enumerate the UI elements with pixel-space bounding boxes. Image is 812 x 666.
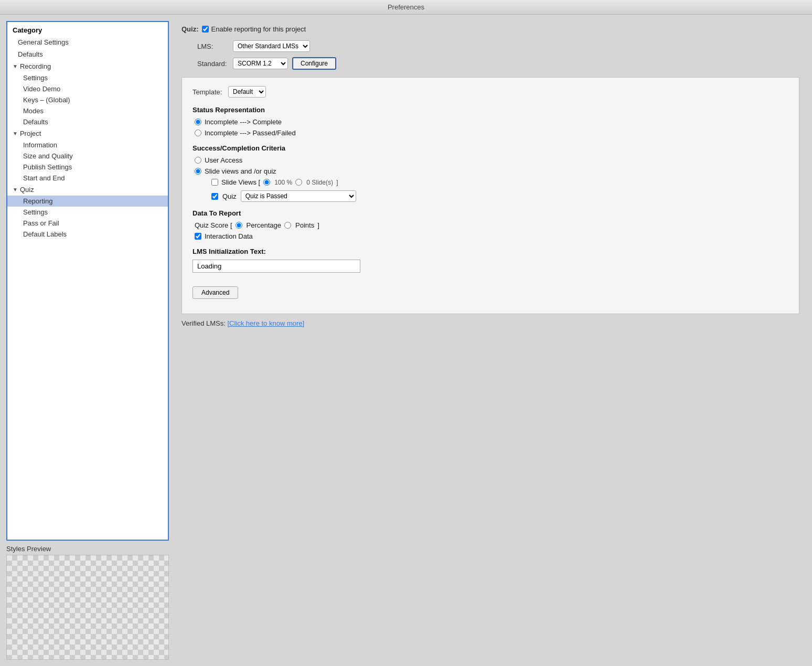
status-representation-section: Status Representation Incomplete ---> Co… — [193, 106, 788, 137]
quiz-label: Quiz: — [181, 25, 199, 33]
data-report-section: Data To Report Quiz Score [ Percentage P… — [193, 209, 788, 240]
sidebar-item-general-settings[interactable]: General Settings — [7, 36, 168, 48]
standard-row: Standard: SCORM 1.2 SCORM 2004 AICC xAPI… — [181, 57, 799, 70]
styles-preview-box — [6, 555, 169, 660]
template-row: Template: Default Custom — [193, 86, 788, 98]
recording-arrow: ▼ — [13, 63, 18, 69]
sidebar-item-keys-global[interactable]: Keys – (Global) — [7, 94, 168, 105]
quiz-sub-row: Quiz Quiz is Passed Quiz is Complete Qui… — [193, 190, 788, 202]
quiz-group-label: Quiz — [20, 186, 34, 194]
verified-lms-label: Verified LMSs: — [181, 319, 226, 327]
content-area: Quiz: Enable reporting for this project … — [175, 21, 806, 660]
slide-views-row: Slide Views [ 100 % 0 Slide(s) ] — [193, 178, 788, 186]
title-label: Preferences — [388, 3, 424, 11]
quiz-score-percent-radio[interactable] — [236, 222, 242, 229]
sidebar-item-defaults-recording[interactable]: Defaults — [7, 116, 168, 127]
success-radio-user-input[interactable] — [195, 157, 201, 164]
sidebar-item-size-quality[interactable]: Size and Quality — [7, 151, 168, 162]
configure-button[interactable]: Configure — [292, 57, 336, 70]
category-header: Category — [7, 22, 168, 36]
verified-lms-link[interactable]: [Click here to know more] — [227, 319, 304, 327]
status-radio-complete-label: Incomplete ---> Complete — [205, 118, 282, 126]
sidebar-item-default-labels[interactable]: Default Labels — [7, 229, 168, 240]
success-slide-label: Slide views and /or quiz — [205, 167, 276, 175]
styles-preview-label: Styles Preview — [6, 541, 169, 555]
template-box: Template: Default Custom Status Represen… — [181, 77, 799, 314]
interaction-data-checkbox[interactable] — [195, 233, 201, 240]
enable-reporting-label[interactable]: Enable reporting for this project — [202, 25, 306, 33]
status-radio-complete-input[interactable] — [195, 119, 201, 125]
interaction-data-row: Interaction Data — [193, 232, 788, 240]
lms-init-section: LMS Initialization Text: — [193, 248, 788, 279]
success-slide-views[interactable]: Slide views and /or quiz — [193, 167, 788, 175]
success-criteria-section: Success/Completion Criteria User Access … — [193, 144, 788, 202]
sidebar-item-pass-fail[interactable]: Pass or Fail — [7, 218, 168, 229]
sidebar-item-video-demo[interactable]: Video Demo — [7, 83, 168, 94]
enable-reporting-text: Enable reporting for this project — [211, 25, 306, 33]
main-container: Category General Settings Defaults ▼ Rec… — [0, 15, 812, 666]
quiz-score-label: Quiz Score [ — [195, 221, 232, 229]
project-arrow: ▼ — [13, 131, 18, 136]
sidebar-item-settings[interactable]: Settings — [7, 72, 168, 83]
slide-views-checkbox[interactable] — [211, 179, 218, 186]
slide-views-percent-radio[interactable] — [263, 179, 270, 186]
slide-views-slides-group: 0 Slide(s) — [295, 179, 333, 186]
slide-views-radio-group: 100 % — [263, 179, 292, 186]
quiz-passed-select[interactable]: Quiz is Passed Quiz is Complete Quiz is … — [241, 190, 356, 202]
lms-init-input[interactable] — [193, 260, 360, 273]
recording-label: Recording — [20, 62, 51, 70]
lms-row: LMS: Other Standard LMSs SCORM Cloud Ado… — [181, 40, 799, 52]
quiz-score-bracket: ] — [317, 221, 319, 229]
slide-views-slides-radio[interactable] — [295, 179, 302, 186]
sidebar-group-project[interactable]: ▼ Project — [7, 127, 168, 139]
lms-field-label: LMS: — [197, 42, 229, 50]
sidebar-item-publish-settings[interactable]: Publish Settings — [7, 162, 168, 173]
status-radio-complete[interactable]: Incomplete ---> Complete — [193, 118, 788, 126]
sidebar-group-quiz[interactable]: ▼ Quiz — [7, 184, 168, 196]
success-user-access[interactable]: User Access — [193, 156, 788, 164]
quiz-score-percent-label: Percentage — [247, 221, 282, 229]
sidebar: Category General Settings Defaults ▼ Rec… — [6, 21, 169, 660]
advanced-button[interactable]: Advanced — [193, 286, 238, 299]
quiz-header-row: Quiz: Enable reporting for this project — [181, 25, 799, 33]
sidebar-item-information[interactable]: Information — [7, 139, 168, 151]
quiz-score-points-group: Points — [284, 221, 314, 229]
quiz-score-percent-group: Percentage — [236, 221, 282, 229]
success-radio-slide-input[interactable] — [195, 168, 201, 175]
template-label: Template: — [193, 88, 224, 96]
quiz-arrow: ▼ — [13, 187, 18, 192]
slide-views-label: Slide Views [ — [221, 178, 260, 186]
quiz-score-points-radio[interactable] — [284, 222, 291, 229]
interaction-data-label: Interaction Data — [205, 232, 253, 240]
title-bar: Preferences — [0, 0, 812, 15]
sidebar-nav: Category General Settings Defaults ▼ Rec… — [6, 21, 169, 541]
project-label: Project — [20, 130, 41, 137]
status-radio-passed-label: Incomplete ---> Passed/Failed — [205, 129, 296, 137]
standard-select[interactable]: SCORM 1.2 SCORM 2004 AICC xAPI — [233, 58, 288, 69]
slide-views-slides-val: 0 Slide(s) — [306, 179, 333, 186]
sidebar-item-defaults-top[interactable]: Defaults — [7, 48, 168, 60]
status-rep-title: Status Representation — [193, 106, 788, 114]
sidebar-item-modes[interactable]: Modes — [7, 105, 168, 116]
sidebar-item-start-end[interactable]: Start and End — [7, 173, 168, 184]
sidebar-group-recording[interactable]: ▼ Recording — [7, 60, 168, 72]
quiz-sub-label: Quiz — [222, 192, 237, 200]
slide-views-percent-val: 100 % — [274, 179, 292, 186]
data-report-title: Data To Report — [193, 209, 788, 217]
success-user-label: User Access — [205, 156, 242, 164]
quiz-score-points-label: Points — [295, 221, 314, 229]
sidebar-item-settings-quiz[interactable]: Settings — [7, 207, 168, 218]
quiz-sub-checkbox[interactable] — [211, 193, 218, 200]
quiz-score-row: Quiz Score [ Percentage Points ] — [193, 221, 788, 229]
sidebar-item-reporting[interactable]: Reporting — [7, 196, 168, 207]
standard-field-label: Standard: — [197, 60, 229, 68]
slide-views-bracket: ] — [336, 178, 338, 186]
success-title: Success/Completion Criteria — [193, 144, 788, 152]
status-radio-passed-input[interactable] — [195, 130, 201, 136]
lms-select[interactable]: Other Standard LMSs SCORM Cloud Adobe Co… — [233, 40, 310, 52]
lms-init-title: LMS Initialization Text: — [193, 248, 788, 255]
status-radio-passed[interactable]: Incomplete ---> Passed/Failed — [193, 129, 788, 137]
enable-reporting-checkbox[interactable] — [202, 26, 209, 33]
verified-lms-row: Verified LMSs: [Click here to know more] — [181, 319, 799, 327]
template-select[interactable]: Default Custom — [228, 86, 266, 98]
